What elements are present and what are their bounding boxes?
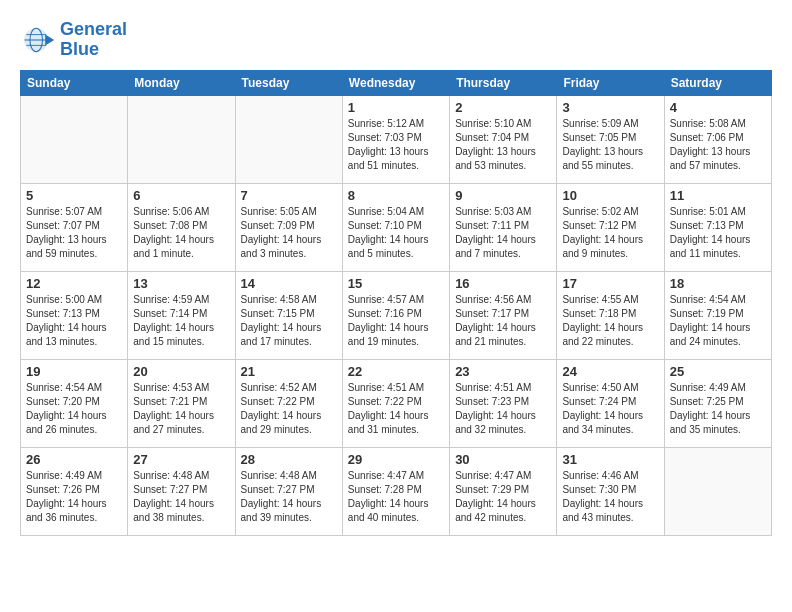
day-number: 13 [133,276,229,291]
day-number: 22 [348,364,444,379]
cell-content: Sunrise: 5:04 AM Sunset: 7:10 PM Dayligh… [348,205,444,261]
cell-content: Sunrise: 5:10 AM Sunset: 7:04 PM Dayligh… [455,117,551,173]
cell-content: Sunrise: 4:59 AM Sunset: 7:14 PM Dayligh… [133,293,229,349]
day-number: 1 [348,100,444,115]
day-number: 30 [455,452,551,467]
day-number: 4 [670,100,766,115]
week-row-4: 19Sunrise: 4:54 AM Sunset: 7:20 PM Dayli… [21,359,772,447]
calendar-cell [128,95,235,183]
cell-content: Sunrise: 4:47 AM Sunset: 7:28 PM Dayligh… [348,469,444,525]
day-number: 16 [455,276,551,291]
day-number: 6 [133,188,229,203]
calendar-cell: 25Sunrise: 4:49 AM Sunset: 7:25 PM Dayli… [664,359,771,447]
day-number: 21 [241,364,337,379]
calendar-cell: 7Sunrise: 5:05 AM Sunset: 7:09 PM Daylig… [235,183,342,271]
calendar-cell: 31Sunrise: 4:46 AM Sunset: 7:30 PM Dayli… [557,447,664,535]
header-row: SundayMondayTuesdayWednesdayThursdayFrid… [21,70,772,95]
cell-content: Sunrise: 4:50 AM Sunset: 7:24 PM Dayligh… [562,381,658,437]
header-thursday: Thursday [450,70,557,95]
week-row-1: 1Sunrise: 5:12 AM Sunset: 7:03 PM Daylig… [21,95,772,183]
calendar-cell: 13Sunrise: 4:59 AM Sunset: 7:14 PM Dayli… [128,271,235,359]
header-saturday: Saturday [664,70,771,95]
day-number: 23 [455,364,551,379]
calendar-cell [664,447,771,535]
cell-content: Sunrise: 4:51 AM Sunset: 7:23 PM Dayligh… [455,381,551,437]
calendar-cell: 1Sunrise: 5:12 AM Sunset: 7:03 PM Daylig… [342,95,449,183]
cell-content: Sunrise: 5:08 AM Sunset: 7:06 PM Dayligh… [670,117,766,173]
day-number: 12 [26,276,122,291]
calendar-cell: 17Sunrise: 4:55 AM Sunset: 7:18 PM Dayli… [557,271,664,359]
cell-content: Sunrise: 5:03 AM Sunset: 7:11 PM Dayligh… [455,205,551,261]
cell-content: Sunrise: 4:47 AM Sunset: 7:29 PM Dayligh… [455,469,551,525]
header-tuesday: Tuesday [235,70,342,95]
header-monday: Monday [128,70,235,95]
calendar-cell: 20Sunrise: 4:53 AM Sunset: 7:21 PM Dayli… [128,359,235,447]
day-number: 15 [348,276,444,291]
calendar-cell: 16Sunrise: 4:56 AM Sunset: 7:17 PM Dayli… [450,271,557,359]
day-number: 9 [455,188,551,203]
day-number: 11 [670,188,766,203]
cell-content: Sunrise: 4:53 AM Sunset: 7:21 PM Dayligh… [133,381,229,437]
cell-content: Sunrise: 4:51 AM Sunset: 7:22 PM Dayligh… [348,381,444,437]
cell-content: Sunrise: 5:07 AM Sunset: 7:07 PM Dayligh… [26,205,122,261]
calendar-cell: 15Sunrise: 4:57 AM Sunset: 7:16 PM Dayli… [342,271,449,359]
calendar-cell: 21Sunrise: 4:52 AM Sunset: 7:22 PM Dayli… [235,359,342,447]
calendar-cell: 23Sunrise: 4:51 AM Sunset: 7:23 PM Dayli… [450,359,557,447]
day-number: 8 [348,188,444,203]
calendar-cell: 19Sunrise: 4:54 AM Sunset: 7:20 PM Dayli… [21,359,128,447]
cell-content: Sunrise: 4:48 AM Sunset: 7:27 PM Dayligh… [133,469,229,525]
cell-content: Sunrise: 4:57 AM Sunset: 7:16 PM Dayligh… [348,293,444,349]
day-number: 18 [670,276,766,291]
day-number: 7 [241,188,337,203]
cell-content: Sunrise: 4:58 AM Sunset: 7:15 PM Dayligh… [241,293,337,349]
header-wednesday: Wednesday [342,70,449,95]
day-number: 17 [562,276,658,291]
cell-content: Sunrise: 4:56 AM Sunset: 7:17 PM Dayligh… [455,293,551,349]
cell-content: Sunrise: 4:49 AM Sunset: 7:25 PM Dayligh… [670,381,766,437]
calendar-cell: 22Sunrise: 4:51 AM Sunset: 7:22 PM Dayli… [342,359,449,447]
cell-content: Sunrise: 4:54 AM Sunset: 7:20 PM Dayligh… [26,381,122,437]
calendar-cell: 14Sunrise: 4:58 AM Sunset: 7:15 PM Dayli… [235,271,342,359]
calendar-cell: 27Sunrise: 4:48 AM Sunset: 7:27 PM Dayli… [128,447,235,535]
calendar-cell: 26Sunrise: 4:49 AM Sunset: 7:26 PM Dayli… [21,447,128,535]
cell-content: Sunrise: 5:01 AM Sunset: 7:13 PM Dayligh… [670,205,766,261]
cell-content: Sunrise: 4:46 AM Sunset: 7:30 PM Dayligh… [562,469,658,525]
calendar-cell: 10Sunrise: 5:02 AM Sunset: 7:12 PM Dayli… [557,183,664,271]
cell-content: Sunrise: 5:12 AM Sunset: 7:03 PM Dayligh… [348,117,444,173]
day-number: 28 [241,452,337,467]
header-friday: Friday [557,70,664,95]
cell-content: Sunrise: 4:48 AM Sunset: 7:27 PM Dayligh… [241,469,337,525]
calendar-cell: 3Sunrise: 5:09 AM Sunset: 7:05 PM Daylig… [557,95,664,183]
cell-content: Sunrise: 4:49 AM Sunset: 7:26 PM Dayligh… [26,469,122,525]
cell-content: Sunrise: 5:00 AM Sunset: 7:13 PM Dayligh… [26,293,122,349]
calendar-cell: 11Sunrise: 5:01 AM Sunset: 7:13 PM Dayli… [664,183,771,271]
logo-icon [20,22,56,58]
logo-line1: General [60,20,127,40]
day-number: 20 [133,364,229,379]
day-number: 2 [455,100,551,115]
cell-content: Sunrise: 4:52 AM Sunset: 7:22 PM Dayligh… [241,381,337,437]
calendar-cell: 12Sunrise: 5:00 AM Sunset: 7:13 PM Dayli… [21,271,128,359]
day-number: 3 [562,100,658,115]
calendar-cell: 29Sunrise: 4:47 AM Sunset: 7:28 PM Dayli… [342,447,449,535]
logo: General Blue [20,20,127,60]
day-number: 26 [26,452,122,467]
day-number: 31 [562,452,658,467]
day-number: 14 [241,276,337,291]
calendar-cell: 2Sunrise: 5:10 AM Sunset: 7:04 PM Daylig… [450,95,557,183]
cell-content: Sunrise: 4:55 AM Sunset: 7:18 PM Dayligh… [562,293,658,349]
calendar-cell: 28Sunrise: 4:48 AM Sunset: 7:27 PM Dayli… [235,447,342,535]
week-row-3: 12Sunrise: 5:00 AM Sunset: 7:13 PM Dayli… [21,271,772,359]
cell-content: Sunrise: 5:06 AM Sunset: 7:08 PM Dayligh… [133,205,229,261]
cell-content: Sunrise: 5:02 AM Sunset: 7:12 PM Dayligh… [562,205,658,261]
week-row-5: 26Sunrise: 4:49 AM Sunset: 7:26 PM Dayli… [21,447,772,535]
calendar-cell: 6Sunrise: 5:06 AM Sunset: 7:08 PM Daylig… [128,183,235,271]
header-sunday: Sunday [21,70,128,95]
calendar-cell: 18Sunrise: 4:54 AM Sunset: 7:19 PM Dayli… [664,271,771,359]
day-number: 25 [670,364,766,379]
cell-content: Sunrise: 4:54 AM Sunset: 7:19 PM Dayligh… [670,293,766,349]
calendar-cell [21,95,128,183]
cell-content: Sunrise: 5:09 AM Sunset: 7:05 PM Dayligh… [562,117,658,173]
calendar-table: SundayMondayTuesdayWednesdayThursdayFrid… [20,70,772,536]
calendar-cell: 8Sunrise: 5:04 AM Sunset: 7:10 PM Daylig… [342,183,449,271]
